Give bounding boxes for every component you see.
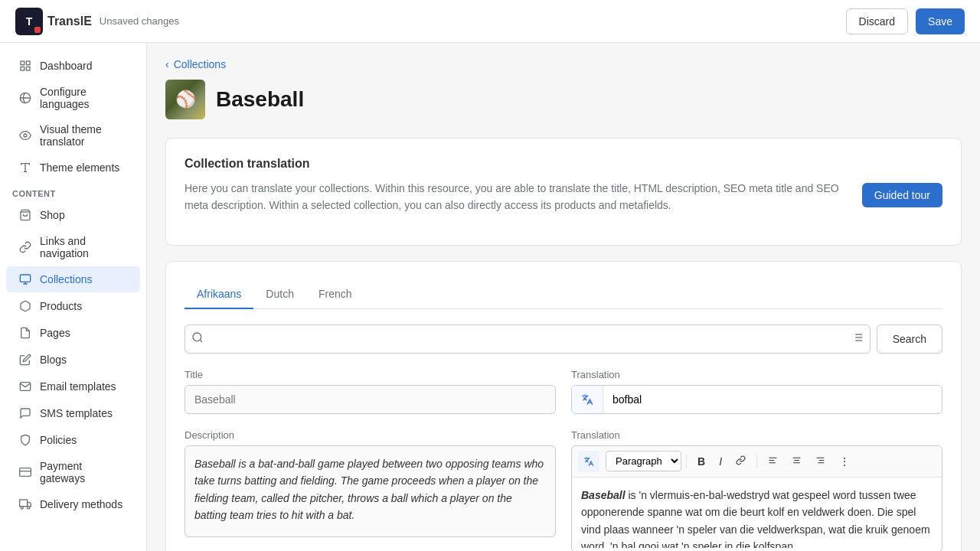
paragraph-select[interactable]: Paragraph	[606, 451, 681, 471]
description-source-textarea[interactable]: Baseball is a bat-and-ball game played b…	[185, 445, 556, 537]
title-translation-group: Translation	[571, 369, 942, 414]
sidebar-label-email-templates: Email templates	[40, 380, 116, 393]
collection-thumbnail	[165, 80, 205, 119]
title-source-input[interactable]	[185, 385, 556, 414]
svg-line-17	[200, 340, 202, 342]
breadcrumb[interactable]: ‹ Collections	[165, 58, 962, 70]
rich-content-area[interactable]: Baseball is 'n vlermuis-en-bal-wedstryd …	[572, 478, 942, 548]
search-input[interactable]	[204, 325, 851, 353]
toolbar-divider-2	[756, 455, 757, 468]
description-source-group: Description Baseball is a bat-and-ball g…	[185, 429, 556, 551]
topbar-actions: Discard Save	[846, 8, 965, 34]
sidebar-label-dashboard: Dashboard	[40, 60, 93, 72]
unsaved-changes-label: Unsaved changes	[100, 15, 179, 27]
sidebar: Dashboard Configure languages Visual the…	[0, 43, 147, 551]
sidebar-item-pages[interactable]: Pages	[6, 320, 140, 346]
breadcrumb-arrow: ‹	[165, 58, 169, 70]
description-translation-label: Translation	[571, 429, 942, 441]
sidebar-item-payment-gateways[interactable]: Payment gateways	[6, 454, 140, 491]
collection-info-description: Here you can translate your collections.…	[185, 180, 942, 214]
logo-text: TranslE	[47, 15, 92, 28]
tab-afrikaans[interactable]: Afrikaans	[185, 280, 253, 309]
align-left-button[interactable]	[762, 452, 784, 471]
page-header: Baseball	[165, 80, 962, 119]
sidebar-item-shop[interactable]: Shop	[6, 202, 140, 228]
discard-button[interactable]: Discard	[846, 8, 908, 34]
description-text: is a bat-and-ball game played between tw…	[194, 458, 544, 521]
sidebar-item-blogs[interactable]: Blogs	[6, 347, 140, 373]
description-translation-group: Translation Paragraph B I	[571, 429, 942, 551]
breadcrumb-label: Collections	[174, 58, 226, 70]
guided-tour-button[interactable]: Guided tour	[862, 183, 942, 207]
sidebar-label-configure-languages: Configure languages	[40, 86, 128, 110]
eye-icon	[18, 129, 32, 142]
save-button[interactable]: Save	[916, 8, 965, 34]
sidebar-item-theme-elements[interactable]: Theme elements	[6, 155, 140, 181]
rich-toolbar: Paragraph B I	[572, 446, 942, 478]
logo: T TranslE	[15, 8, 92, 35]
svg-rect-3	[26, 67, 30, 70]
description-baseball-bold: Baseball	[194, 458, 236, 470]
svg-marker-13	[28, 502, 31, 506]
rich-text-editor: Paragraph B I	[571, 445, 942, 551]
shop-icon	[18, 208, 32, 222]
translation-card: Afrikaans Dutch French Search	[165, 261, 962, 551]
tab-dutch[interactable]: Dutch	[253, 280, 306, 309]
svg-point-16	[193, 333, 201, 341]
title-source-group: Title	[185, 369, 556, 414]
rich-text-body: is 'n vlermuis-en-bal-wedstryd wat gespe…	[581, 489, 930, 548]
sidebar-item-dashboard[interactable]: Dashboard	[6, 53, 140, 79]
topbar: T TranslE Unsaved changes Discard Save	[0, 0, 980, 43]
products-icon	[18, 299, 32, 313]
sidebar-item-email-templates[interactable]: Email templates	[6, 373, 140, 399]
main-content: ‹ Collections Baseball Collection transl…	[147, 43, 980, 551]
languages-icon	[18, 91, 32, 105]
search-button[interactable]: Search	[877, 324, 942, 354]
search-icon	[191, 331, 204, 346]
title-translation-input[interactable]	[603, 386, 942, 413]
text-icon	[18, 161, 32, 174]
svg-rect-0	[21, 61, 24, 65]
title-label: Title	[185, 369, 556, 380]
toolbar-divider-1	[686, 455, 687, 468]
sidebar-label-policies: Policies	[40, 434, 77, 446]
sidebar-item-links-and-navigation[interactable]: Links and navigation	[6, 229, 140, 266]
align-right-button[interactable]	[809, 452, 831, 471]
sms-icon	[18, 406, 32, 420]
filter-icon[interactable]	[851, 331, 864, 346]
sidebar-label-products: Products	[40, 300, 82, 312]
toolbar-translate-icon[interactable]	[578, 451, 599, 472]
sidebar-item-collections[interactable]: Collections	[6, 266, 140, 292]
app-layout: Dashboard Configure languages Visual the…	[0, 43, 980, 551]
sidebar-item-products[interactable]: Products	[6, 293, 140, 319]
sidebar-label-theme-elements: Theme elements	[40, 161, 119, 174]
italic-button[interactable]: I	[713, 452, 728, 471]
link-icon	[18, 240, 32, 254]
svg-rect-2	[21, 67, 24, 70]
title-translation-label: Translation	[571, 369, 942, 380]
sidebar-item-configure-languages[interactable]: Configure languages	[6, 80, 140, 116]
search-bar: Search	[185, 324, 942, 354]
bold-button[interactable]: B	[691, 452, 711, 471]
title-translation-input-wrap	[571, 385, 942, 414]
tab-french[interactable]: French	[306, 280, 364, 309]
email-icon	[18, 380, 32, 393]
link-button[interactable]	[730, 452, 752, 471]
rich-baseball-bold: Baseball	[581, 489, 626, 501]
sidebar-label-payment-gateways: Payment gateways	[40, 460, 128, 484]
sidebar-item-delivery-methods[interactable]: Delivery methods	[6, 491, 140, 517]
svg-point-5	[24, 134, 27, 137]
more-options-button[interactable]: ⋮	[833, 452, 856, 471]
sidebar-item-visual-theme-translator[interactable]: Visual theme translator	[6, 117, 140, 154]
collections-icon	[18, 272, 32, 286]
sidebar-item-sms-templates[interactable]: SMS templates	[6, 400, 140, 426]
sidebar-label-delivery-methods: Delivery methods	[40, 498, 122, 510]
title-fields-row: Title Translation	[185, 369, 942, 414]
align-center-button[interactable]	[786, 452, 808, 471]
sidebar-label-pages: Pages	[40, 327, 70, 339]
language-tabs: Afrikaans Dutch French	[185, 280, 942, 309]
sidebar-item-policies[interactable]: Policies	[6, 427, 140, 453]
topbar-left: T TranslE Unsaved changes	[15, 8, 179, 35]
delivery-icon	[18, 497, 32, 511]
sidebar-label-shop: Shop	[40, 209, 65, 221]
